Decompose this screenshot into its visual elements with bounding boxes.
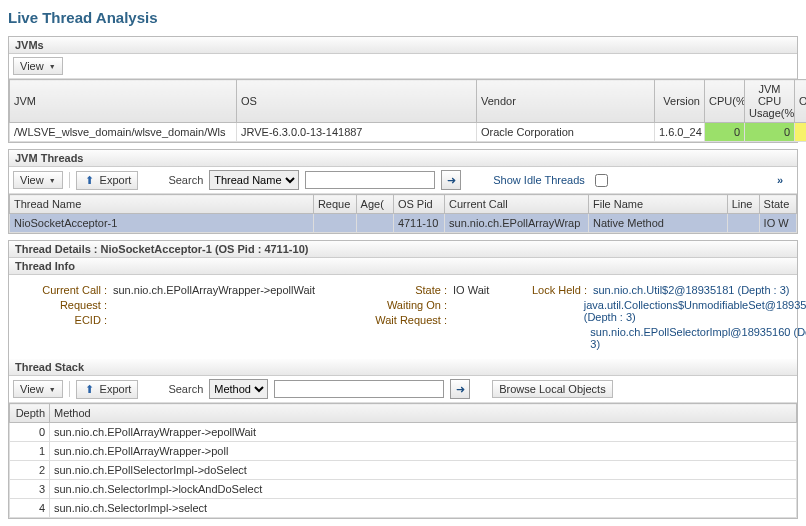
search-label: Search xyxy=(168,383,203,395)
export-button[interactable]: ⬆Export xyxy=(76,171,139,190)
cell-os: JRVE-6.3.0.0-13-141887 xyxy=(237,123,477,142)
col-cpu[interactable]: CPU(%) xyxy=(705,80,745,123)
col-method[interactable]: Method xyxy=(50,404,797,423)
view-menu[interactable]: View▼ xyxy=(13,380,63,398)
browse-local-objects-button[interactable]: Browse Local Objects xyxy=(492,380,612,398)
col-ospid[interactable]: OS Pid xyxy=(393,195,444,214)
export-button[interactable]: ⬆Export xyxy=(76,380,139,399)
cell-method: sun.nio.ch.SelectorImpl->lockAndDoSelect xyxy=(50,480,797,499)
stack-toolbar: View▼ ⬆Export Search Method ➜ Browse Loc… xyxy=(9,376,797,403)
go-button[interactable]: ➜ xyxy=(441,170,461,190)
cell-depth: 2 xyxy=(10,461,50,480)
lock-link[interactable]: sun.nio.ch.EPollSelectorImpl@18935160 (D… xyxy=(590,326,806,350)
show-idle-checkbox[interactable] xyxy=(595,174,608,187)
threads-section: JVM Threads View▼ ⬆Export Search Thread … xyxy=(8,149,798,234)
table-row[interactable]: 3sun.nio.ch.SelectorImpl->lockAndDoSelec… xyxy=(10,480,797,499)
col-age[interactable]: Age( xyxy=(356,195,393,214)
lbl-lockheld: Lock Held : xyxy=(527,284,587,296)
val-current-call: sun.nio.ch.EPollArrayWrapper->epollWait xyxy=(113,284,315,296)
table-row[interactable]: 0sun.nio.ch.EPollArrayWrapper->epollWait xyxy=(10,423,797,442)
cell-depth: 0 xyxy=(10,423,50,442)
cell-method: sun.nio.ch.EPollArrayWrapper->poll xyxy=(50,442,797,461)
table-row[interactable]: 1sun.nio.ch.EPollArrayWrapper->poll xyxy=(10,442,797,461)
col-threadname[interactable]: Thread Name xyxy=(10,195,314,214)
export-icon: ⬆ xyxy=(83,174,97,187)
threads-header: JVM Threads xyxy=(9,150,797,167)
cell-depth: 4 xyxy=(10,499,50,518)
show-idle-link[interactable]: Show Idle Threads xyxy=(493,174,585,186)
cell-vendor: Oracle Corporation xyxy=(477,123,655,142)
cell-request xyxy=(313,214,356,233)
search-label: Search xyxy=(168,174,203,186)
lbl-state: State : xyxy=(367,284,447,296)
col-vendor[interactable]: Vendor xyxy=(477,80,655,123)
col-state[interactable]: State xyxy=(759,195,796,214)
cell-method: sun.nio.ch.EPollArrayWrapper->epollWait xyxy=(50,423,797,442)
cell-osr: 4 xyxy=(795,123,807,142)
cell-version: 1.6.0_24 xyxy=(655,123,705,142)
table-row[interactable]: /WLSVE_wlsve_domain/wlsve_domain/Wls JRV… xyxy=(10,123,807,142)
thread-info-body: Current Call :sun.nio.ch.EPollArrayWrapp… xyxy=(9,275,797,359)
arrow-right-icon: ➜ xyxy=(447,174,456,187)
lock-link[interactable]: java.util.Collections$UnmodifiableSet@18… xyxy=(584,299,806,323)
jvms-toolbar: View▼ xyxy=(9,54,797,79)
table-row[interactable]: 4sun.nio.ch.SelectorImpl->select xyxy=(10,499,797,518)
lbl-waitreq: Wait Request : xyxy=(367,314,447,326)
col-jvm[interactable]: JVM xyxy=(10,80,237,123)
cell-state: IO W xyxy=(759,214,796,233)
col-file[interactable]: File Name xyxy=(589,195,728,214)
go-button[interactable]: ➜ xyxy=(450,379,470,399)
thread-details-section: Thread Details : NioSocketAcceptor-1 (OS… xyxy=(8,240,798,519)
cell-name: NioSocketAcceptor-1 xyxy=(10,214,314,233)
stack-header-row: Depth Method xyxy=(10,404,797,423)
thread-info-header: Thread Info xyxy=(9,258,797,275)
table-row[interactable]: NioSocketAcceptor-1 4711-10 sun.nio.ch.E… xyxy=(10,214,797,233)
caret-down-icon: ▼ xyxy=(49,386,56,393)
search-field-select[interactable]: Thread Name xyxy=(209,170,299,190)
cell-depth: 3 xyxy=(10,480,50,499)
threads-header-row: Thread Name Reque Age( OS Pid Current Ca… xyxy=(10,195,797,214)
lbl-request: Request : xyxy=(17,299,107,311)
expand-icon[interactable]: » xyxy=(777,174,783,186)
val-state: IO Wait xyxy=(453,284,489,296)
cell-line xyxy=(727,214,759,233)
col-depth[interactable]: Depth xyxy=(10,404,50,423)
stack-table: Depth Method 0sun.nio.ch.EPollArrayWrapp… xyxy=(9,403,797,518)
lbl-ecid: ECID : xyxy=(17,314,107,326)
col-call[interactable]: Current Call xyxy=(445,195,589,214)
cell-method: sun.nio.ch.EPollSelectorImpl->doSelect xyxy=(50,461,797,480)
lbl-waiting: Waiting On : xyxy=(367,299,447,311)
cell-jvm: /WLSVE_wlsve_domain/wlsve_domain/Wls xyxy=(10,123,237,142)
cell-jvmcpu: 0 xyxy=(745,123,795,142)
cell-call: sun.nio.ch.EPollArrayWrap xyxy=(445,214,589,233)
jvms-table: JVM OS Vendor Version CPU(%) JVM CPU Usa… xyxy=(9,79,806,142)
col-version[interactable]: Version xyxy=(655,80,705,123)
search-input[interactable] xyxy=(305,171,435,189)
col-jvmcpu[interactable]: JVM CPU Usage(%) xyxy=(745,80,795,123)
search-field-select[interactable]: Method xyxy=(209,379,268,399)
cell-method: sun.nio.ch.SelectorImpl->select xyxy=(50,499,797,518)
arrow-right-icon: ➜ xyxy=(456,383,465,396)
col-request[interactable]: Reque xyxy=(313,195,356,214)
cell-age xyxy=(356,214,393,233)
jvms-header-row: JVM OS Vendor Version CPU(%) JVM CPU Usa… xyxy=(10,80,807,123)
col-os[interactable]: OS xyxy=(237,80,477,123)
thread-details-header: Thread Details : NioSocketAcceptor-1 (OS… xyxy=(9,241,797,258)
thread-stack-header: Thread Stack xyxy=(9,359,797,376)
caret-down-icon: ▼ xyxy=(49,63,56,70)
view-menu[interactable]: View▼ xyxy=(13,57,63,75)
cell-cpu: 0 xyxy=(705,123,745,142)
export-icon: ⬆ xyxy=(83,383,97,396)
view-menu[interactable]: View▼ xyxy=(13,171,63,189)
cell-file: Native Method xyxy=(589,214,728,233)
threads-toolbar: View▼ ⬆Export Search Thread Name ➜ Show … xyxy=(9,167,797,194)
jvms-section: JVMs View▼ JVM OS Vendor Version CPU(%) … xyxy=(8,36,798,143)
search-input[interactable] xyxy=(274,380,444,398)
lock-link[interactable]: sun.nio.ch.Util$2@18935181 (Depth : 3) xyxy=(593,284,789,296)
cell-depth: 1 xyxy=(10,442,50,461)
caret-down-icon: ▼ xyxy=(49,177,56,184)
table-row[interactable]: 2sun.nio.ch.EPollSelectorImpl->doSelect xyxy=(10,461,797,480)
col-line[interactable]: Line xyxy=(727,195,759,214)
page-title: Live Thread Analysis xyxy=(8,9,798,26)
col-osr[interactable]: OSR xyxy=(795,80,807,123)
